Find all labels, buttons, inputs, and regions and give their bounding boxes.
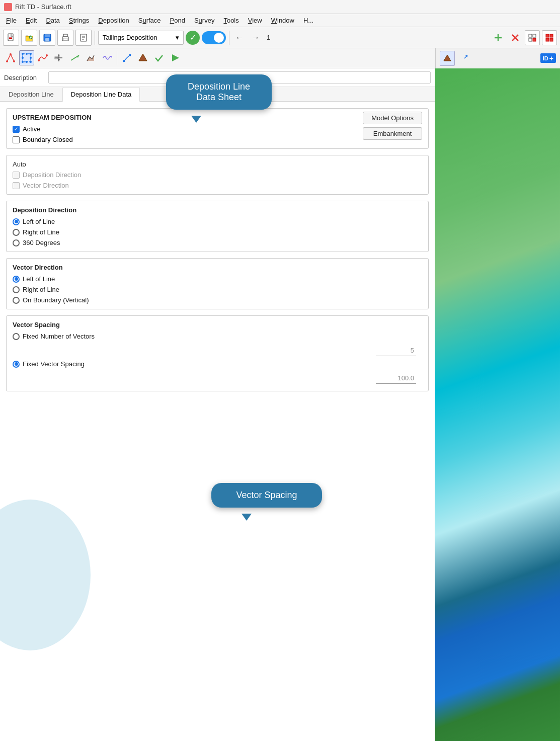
- main-area: Description Deposition Line Deposition L…: [0, 68, 560, 741]
- app-icon: [4, 3, 12, 11]
- auto-vec-dir-row: Vector Direction: [13, 182, 422, 189]
- fixed-number-input[interactable]: [376, 345, 416, 356]
- toolbar2-sep: [117, 51, 117, 65]
- active-checkbox[interactable]: ✓: [13, 126, 20, 133]
- vector-spacing-section: Vector Spacing Fixed Number of Vectors F…: [6, 315, 429, 391]
- fixed-number-radio[interactable]: [13, 333, 20, 340]
- vec-left-radio[interactable]: [13, 276, 20, 283]
- fixed-number-input-row: [13, 343, 422, 360]
- vec-right-radio[interactable]: [13, 286, 20, 293]
- draw-gradient-tool[interactable]: [67, 50, 83, 65]
- dep-360-row: 360 Degrees: [13, 239, 422, 246]
- active-check-row: ✓ Active: [13, 125, 363, 133]
- tailings-dropdown[interactable]: Tailings Deposition ▾: [98, 31, 184, 45]
- fixed-spacing-input[interactable]: [376, 373, 416, 384]
- toolbar-main: Tailings Deposition ▾ ✓ ← → 1: [0, 27, 560, 48]
- menu-help[interactable]: H...: [299, 16, 317, 25]
- draw-profile-tool[interactable]: [84, 50, 99, 65]
- delete-action-button[interactable]: [508, 30, 523, 45]
- option-buttons: Model Options Embankment: [363, 112, 422, 140]
- id-badge: ID+: [540, 53, 556, 63]
- menu-survey[interactable]: Survey: [190, 16, 218, 25]
- deposition-direction-title: Deposition Direction: [13, 206, 422, 214]
- back-button[interactable]: ←: [232, 31, 247, 45]
- model-options-button[interactable]: Model Options: [363, 112, 422, 124]
- toggle-switch[interactable]: [202, 31, 226, 44]
- string-arrow-btn[interactable]: [457, 51, 472, 66]
- forward-button[interactable]: →: [249, 31, 263, 45]
- vector-direction-section: Vector Direction Left of Line Right of L…: [6, 258, 429, 309]
- dep-right-label: Right of Line: [23, 228, 59, 236]
- tab-deposition-line[interactable]: Deposition Line: [0, 87, 62, 101]
- dropdown-value: Tailings Deposition: [103, 34, 157, 41]
- menu-view[interactable]: View: [244, 16, 266, 25]
- fixed-number-row: Fixed Number of Vectors: [13, 333, 422, 340]
- fixed-number-label: Fixed Number of Vectors: [23, 333, 95, 340]
- svg-rect-20: [529, 38, 532, 41]
- draw-height-tool[interactable]: [51, 50, 66, 65]
- new-button[interactable]: [3, 30, 19, 46]
- grid-action-button[interactable]: [525, 30, 540, 45]
- description-row: Description: [0, 68, 435, 87]
- grid2-action-button[interactable]: [542, 30, 557, 45]
- print-button[interactable]: [57, 30, 73, 46]
- dep-right-row: Right of Line: [13, 228, 422, 236]
- dep-left-radio[interactable]: [13, 218, 20, 225]
- string-panel-header: ID+: [435, 48, 560, 68]
- open-button[interactable]: [21, 30, 37, 46]
- boundary-checkbox[interactable]: [13, 136, 20, 143]
- deposition-direction-section: Deposition Direction Left of Line Right …: [6, 201, 429, 252]
- run-tool[interactable]: [168, 50, 183, 65]
- svg-point-37: [30, 57, 32, 59]
- active-label: Active: [23, 125, 40, 133]
- vec-left-label: Left of Line: [23, 275, 55, 283]
- check-tool[interactable]: [151, 50, 167, 65]
- menu-tools[interactable]: Tools: [219, 16, 243, 25]
- doc-button[interactable]: [75, 30, 92, 46]
- upstream-deposition-section: Model Options Embankment UPSTREAM DEPOSI…: [6, 108, 429, 149]
- upstream-deposition-title: UPSTREAM DEPOSITION: [13, 114, 422, 121]
- menu-edit[interactable]: Edit: [22, 16, 41, 25]
- auto-vec-dir-checkbox[interactable]: [13, 182, 20, 189]
- toolbar-draw: [0, 48, 435, 68]
- draw-select-tool[interactable]: [19, 50, 34, 65]
- menu-surface[interactable]: Surface: [134, 16, 165, 25]
- svg-marker-54: [444, 55, 451, 61]
- dep-left-label: Left of Line: [23, 218, 55, 225]
- arrow-tool[interactable]: [119, 50, 134, 65]
- auto-dep-dir-checkbox[interactable]: [13, 172, 20, 179]
- map-panel: [435, 68, 560, 741]
- dep-left-row: Left of Line: [13, 218, 422, 225]
- auto-section: Auto Deposition Direction Vector Directi…: [6, 155, 429, 195]
- vec-boundary-radio[interactable]: [13, 297, 20, 304]
- draw-node-tool[interactable]: [3, 50, 18, 65]
- svg-point-39: [46, 54, 48, 56]
- svg-rect-19: [533, 34, 536, 37]
- svg-rect-5: [45, 34, 50, 37]
- save-button[interactable]: [39, 30, 55, 46]
- menu-pond[interactable]: Pond: [166, 16, 189, 25]
- svg-point-26: [6, 60, 8, 62]
- dep-360-radio[interactable]: [13, 239, 20, 246]
- separator-2: [229, 31, 229, 45]
- menu-strings[interactable]: Strings: [65, 16, 93, 25]
- check-green-button[interactable]: ✓: [186, 31, 200, 45]
- menu-deposition[interactable]: Deposition: [94, 16, 133, 25]
- menu-file[interactable]: File: [2, 16, 21, 25]
- draw-line-tool[interactable]: [35, 50, 50, 65]
- tab-deposition-line-data[interactable]: Deposition Line Data: [62, 87, 140, 102]
- string-terrain-btn[interactable]: [440, 51, 455, 66]
- menu-window[interactable]: Window: [267, 16, 298, 25]
- vec-boundary-row: On Boundary (Vertical): [13, 296, 422, 304]
- pyramid-tool[interactable]: [135, 50, 150, 65]
- svg-rect-6: [45, 38, 49, 41]
- add-action-button[interactable]: [491, 30, 506, 45]
- description-input[interactable]: [48, 71, 431, 84]
- fixed-spacing-label: Fixed Vector Spacing: [23, 360, 85, 368]
- fixed-spacing-radio[interactable]: [13, 361, 20, 368]
- dep-right-radio[interactable]: [13, 229, 20, 236]
- embankment-button[interactable]: Embankment: [363, 127, 422, 140]
- svg-point-35: [26, 61, 28, 63]
- draw-wave-tool[interactable]: [100, 50, 115, 65]
- menu-data[interactable]: Data: [42, 16, 63, 25]
